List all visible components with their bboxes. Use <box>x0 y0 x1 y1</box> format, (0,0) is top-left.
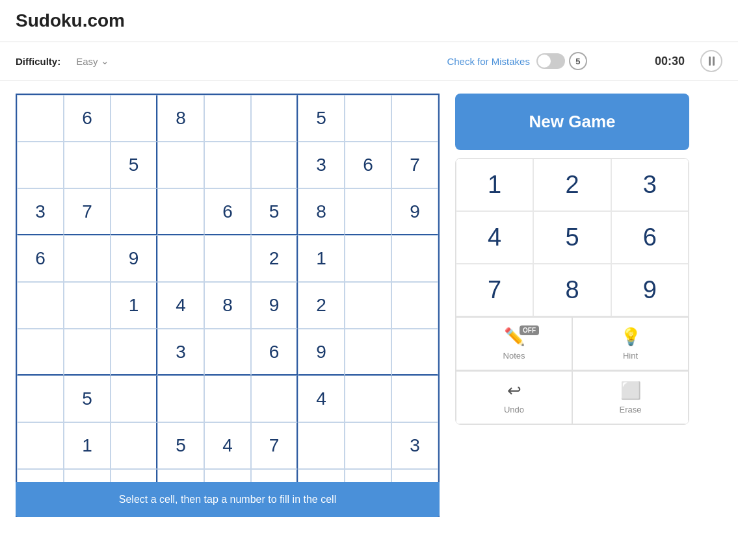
table-row[interactable] <box>204 142 251 188</box>
table-row[interactable] <box>345 375 391 422</box>
table-row[interactable] <box>157 142 204 188</box>
table-row[interactable] <box>157 375 204 422</box>
table-row[interactable] <box>157 188 204 235</box>
number-pad-digit[interactable]: 5 <box>533 211 611 264</box>
table-row[interactable]: 5 <box>64 375 111 422</box>
hint-button[interactable]: 💡 Hint <box>572 317 689 370</box>
table-row[interactable] <box>111 422 157 469</box>
number-pad-digit[interactable]: 1 <box>456 159 533 211</box>
action-row-1: OFF ✏️ Notes 💡 Hint <box>456 316 689 370</box>
table-row[interactable] <box>251 375 298 422</box>
table-row[interactable]: 8 <box>298 188 345 235</box>
number-pad-digit[interactable]: 9 <box>611 264 689 316</box>
table-row[interactable]: 3 <box>298 142 345 188</box>
difficulty-label: Difficulty: <box>16 56 60 67</box>
check-mistakes-section: Check for Mistakes 5 <box>447 52 587 70</box>
table-row[interactable]: 6 <box>64 95 111 142</box>
difficulty-dropdown[interactable]: Easy ⌄ <box>76 55 109 67</box>
action-row-2: ↩ Undo ⬜ Erase <box>456 370 689 424</box>
table-row[interactable] <box>64 142 111 188</box>
erase-button[interactable]: ⬜ Erase <box>572 371 689 424</box>
table-row[interactable] <box>345 188 391 235</box>
erase-label: Erase <box>620 405 642 414</box>
table-row[interactable]: 1 <box>298 235 345 282</box>
table-row[interactable]: 3 <box>17 188 64 235</box>
table-row[interactable] <box>204 235 251 282</box>
table-row[interactable] <box>111 329 157 375</box>
new-game-button[interactable]: New Game <box>455 94 689 150</box>
table-row[interactable]: 5 <box>111 142 157 188</box>
table-row[interactable] <box>157 235 204 282</box>
table-row[interactable]: 5 <box>298 95 345 142</box>
table-row[interactable]: 1 <box>111 282 157 329</box>
right-panel: New Game 123456789 OFF ✏️ Notes 💡 Hint <box>455 94 689 517</box>
table-row[interactable] <box>345 95 391 142</box>
table-row[interactable] <box>298 422 345 469</box>
table-row[interactable] <box>64 235 111 282</box>
table-row[interactable]: 8 <box>204 282 251 329</box>
number-pad-digit[interactable]: 7 <box>456 264 533 316</box>
number-pad-digit[interactable]: 6 <box>611 211 689 264</box>
check-mistakes-toggle[interactable]: 5 <box>536 52 587 70</box>
number-pad-digit[interactable]: 3 <box>611 159 689 211</box>
table-row[interactable]: 9 <box>391 188 438 235</box>
table-row[interactable] <box>204 95 251 142</box>
table-row[interactable] <box>204 375 251 422</box>
table-row[interactable] <box>17 282 64 329</box>
table-row[interactable]: 7 <box>391 142 438 188</box>
table-row[interactable]: 6 <box>251 329 298 375</box>
table-row[interactable]: 9 <box>111 235 157 282</box>
table-row[interactable] <box>345 282 391 329</box>
table-row[interactable] <box>391 235 438 282</box>
table-row[interactable]: 4 <box>298 375 345 422</box>
table-row[interactable] <box>345 235 391 282</box>
table-row[interactable] <box>111 188 157 235</box>
table-row[interactable]: 2 <box>298 282 345 329</box>
number-pad-digit[interactable]: 2 <box>533 159 611 211</box>
table-row[interactable]: 7 <box>64 188 111 235</box>
table-row[interactable] <box>251 95 298 142</box>
pause-button[interactable] <box>700 50 722 72</box>
table-row[interactable] <box>251 142 298 188</box>
table-row[interactable] <box>17 329 64 375</box>
undo-button[interactable]: ↩ Undo <box>456 371 572 424</box>
hint-label: Hint <box>623 351 638 361</box>
table-row[interactable]: 5 <box>157 422 204 469</box>
table-row[interactable] <box>64 282 111 329</box>
table-row[interactable] <box>17 142 64 188</box>
check-badge: 5 <box>569 52 587 70</box>
table-row[interactable] <box>111 95 157 142</box>
table-row[interactable]: 6 <box>345 142 391 188</box>
table-row[interactable]: 3 <box>391 422 438 469</box>
table-row[interactable] <box>17 95 64 142</box>
table-row[interactable] <box>391 329 438 375</box>
table-row[interactable] <box>345 329 391 375</box>
table-row[interactable] <box>111 375 157 422</box>
table-row[interactable]: 8 <box>157 95 204 142</box>
table-row[interactable]: 9 <box>251 282 298 329</box>
table-row[interactable]: 6 <box>204 188 251 235</box>
table-row[interactable]: 4 <box>204 422 251 469</box>
table-row[interactable]: 9 <box>298 329 345 375</box>
number-pad: 123456789 OFF ✏️ Notes 💡 Hint ↩ Undo <box>455 158 689 425</box>
table-row[interactable]: 7 <box>251 422 298 469</box>
table-row[interactable] <box>17 375 64 422</box>
table-row[interactable]: 6 <box>17 235 64 282</box>
timer-display: 00:30 <box>655 55 685 68</box>
table-row[interactable]: 3 <box>157 329 204 375</box>
table-row[interactable]: 4 <box>157 282 204 329</box>
table-row[interactable]: 5 <box>251 188 298 235</box>
table-row[interactable] <box>17 422 64 469</box>
table-row[interactable] <box>345 422 391 469</box>
lightbulb-icon: 💡 <box>620 327 641 347</box>
table-row[interactable] <box>64 329 111 375</box>
table-row[interactable]: 1 <box>64 422 111 469</box>
table-row[interactable] <box>391 375 438 422</box>
table-row[interactable] <box>391 282 438 329</box>
table-row[interactable] <box>391 95 438 142</box>
number-pad-digit[interactable]: 8 <box>533 264 611 316</box>
table-row[interactable] <box>204 329 251 375</box>
notes-button[interactable]: OFF ✏️ Notes <box>456 317 572 370</box>
number-pad-digit[interactable]: 4 <box>456 211 533 264</box>
table-row[interactable]: 2 <box>251 235 298 282</box>
